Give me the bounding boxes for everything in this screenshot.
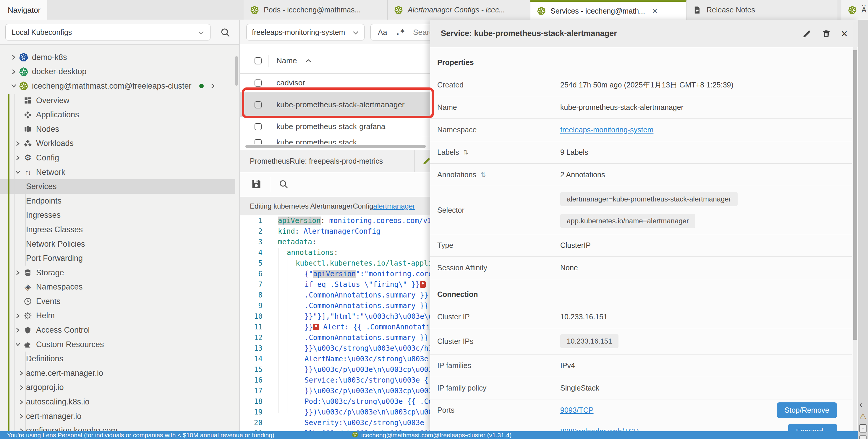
table-row[interactable]: kube-prometheus-stack-grafana: [240, 117, 430, 136]
sidebar-item-workloads[interactable]: Workloads: [0, 136, 235, 151]
sidebar-item-applications[interactable]: Applications: [0, 107, 235, 122]
sidebar-item-icecheng-mathmast-com-freeleaps-cluster[interactable]: icecheng@mathmast.com@freeleaps-cluster: [0, 79, 235, 93]
sidebar-item-label: demo-k8s: [32, 53, 67, 62]
sidebar-item-overview[interactable]: Overview: [0, 93, 235, 108]
sidebar-item-events[interactable]: Events: [0, 294, 235, 309]
search-icon[interactable]: [278, 179, 288, 190]
editing-resource-link[interactable]: alertmanager: [373, 202, 415, 210]
code-text: }}\u003c/p\u003e\n\u003cp\u003: [262, 385, 430, 396]
sidebar-item-custom-resources[interactable]: Custom Resources: [0, 337, 235, 352]
row-label: Labels⇅: [437, 148, 560, 157]
row-checkbox[interactable]: [254, 123, 261, 130]
sort-ascending-icon[interactable]: [305, 59, 311, 64]
tab-pods-icecheng-mathmas-[interactable]: Pods - icecheng@mathmas...: [244, 0, 388, 20]
sidebar-item-demo-k8s[interactable]: demo-k8s: [0, 50, 235, 65]
kubeconfig-selector[interactable]: Local Kubeconfigs: [5, 24, 211, 40]
overflow-dots-icon: ‥: [862, 0, 866, 8]
stop-remove-button[interactable]: Stop/Remove: [777, 402, 837, 418]
sidebar-item-namespaces[interactable]: ◈Namespaces: [0, 280, 235, 295]
close-icon[interactable]: ×: [841, 28, 847, 39]
drawer-row-cluster-ips: Cluster IPs10.233.16.151: [430, 328, 852, 354]
column-header-name[interactable]: Name: [276, 56, 297, 65]
sort-toggle-icon[interactable]: ⇅: [480, 171, 486, 179]
line-number: 1: [240, 215, 262, 226]
sidebar-item-argoproj-io[interactable]: argoproj.io: [0, 380, 235, 395]
horizontal-scrollbar[interactable]: [240, 144, 430, 150]
regex-icon[interactable]: .*: [396, 28, 405, 37]
lens-app: Navigator Pods - icecheng@mathmas...Aler…: [0, 0, 868, 439]
sort-toggle-icon[interactable]: ⇅: [463, 148, 469, 156]
chip-list: alertmanager=kube-prometheus-stack-alert…: [560, 186, 738, 234]
row-label: Cluster IP: [437, 312, 560, 321]
namespace-selector[interactable]: freeleaps-monitoring-system: [246, 24, 365, 40]
match-case-icon[interactable]: Aa: [378, 28, 387, 37]
applications-icon: [23, 110, 33, 120]
close-icon[interactable]: ×: [652, 6, 657, 15]
sidebar-item-label: Helm: [36, 311, 55, 320]
sidebar-item-definitions[interactable]: Definitions: [0, 351, 235, 366]
k8s-icon: [352, 431, 358, 439]
port-link[interactable]: 9093/TCP: [560, 406, 594, 414]
sidebar-item-acme-cert-manager-io[interactable]: acme.cert-manager.io: [0, 366, 235, 380]
sidebar-item-cert-manager-io[interactable]: cert-manager.io: [0, 409, 235, 424]
sidebar-item-endpoints[interactable]: Endpoints: [0, 194, 235, 208]
line-number: 11: [240, 322, 262, 332]
sidebar-item-network[interactable]: ↑↓Network: [0, 165, 235, 180]
service-name: kube-prometheus-stack-grafana: [276, 122, 385, 131]
sidebar-item-nodes[interactable]: Nodes: [0, 122, 235, 136]
code-line: 8.CommonAnnotations.summary }}: [240, 290, 430, 300]
code-line: 1apiVersion: monitoring.coreos.com/v1: [240, 215, 430, 226]
row-checkbox[interactable]: [254, 79, 261, 87]
code-line: 5kubectl.kubernetes.io/last-appli: [240, 258, 430, 269]
delete-trash-icon[interactable]: [822, 29, 831, 38]
table-row-partial[interactable]: kube-prometheus-stack-...: [240, 136, 430, 144]
k8s-icon: [18, 53, 29, 62]
search-input[interactable]: Aa .* Search...: [370, 24, 430, 40]
sidebar-item-ingresses[interactable]: Ingresses: [0, 208, 235, 223]
namespace-link[interactable]: freeleaps-monitoring-system: [560, 126, 653, 134]
sidebar-item-services[interactable]: Services: [0, 179, 235, 194]
tab-release-notes[interactable]: Release Notes: [686, 0, 837, 20]
drawer-row-namespace: Namespacefreeleaps-monitoring-system: [430, 119, 852, 141]
row-label: IP family policy: [437, 384, 560, 392]
table-row[interactable]: kube-prometheus-stack-alertmanager: [240, 93, 430, 117]
tab-a[interactable]: A‥: [841, 0, 868, 20]
k8s-icon: [18, 81, 29, 91]
drawer-scrollbar-thumb[interactable]: [853, 50, 857, 340]
selector-chip: 10.233.16.151: [560, 334, 618, 348]
status-bar: You're using Lens Personal (for individu…: [0, 431, 858, 439]
row-label: Annotations⇅: [437, 170, 560, 179]
sidebar-item-docker-desktop[interactable]: docker-desktop: [0, 65, 235, 79]
sidebar-item-helm[interactable]: Helm: [0, 309, 235, 323]
sidebar-item-configuration-konghq-com[interactable]: configuration.konghq.com: [0, 423, 235, 432]
scrollbar-thumb[interactable]: [245, 145, 426, 148]
save-icon[interactable]: [251, 179, 261, 191]
sidebar-item-storage[interactable]: Storage: [0, 266, 235, 280]
tab-alertmanager-configs-icec-[interactable]: Alertmanager Configs - icec...: [388, 0, 530, 20]
sidebar-scrollbar[interactable]: [235, 56, 238, 86]
tab-services-icecheng-math-[interactable]: Services - icecheng@math...×: [530, 0, 686, 20]
k8s-icon: [848, 6, 857, 14]
row-checkbox[interactable]: [254, 139, 261, 144]
forward-button[interactable]: Forward...: [788, 424, 837, 432]
edit-pencil-icon[interactable]: [422, 157, 430, 165]
code-text: apiVersion: monitoring.coreos.com/v1: [262, 215, 430, 226]
sidebar-item-network-policies[interactable]: Network Policies: [0, 237, 235, 251]
edit-pencil-icon[interactable]: [802, 29, 811, 38]
sidebar-item-label: Applications: [36, 110, 79, 120]
table-row[interactable]: cadvisor: [240, 74, 430, 93]
sidebar-item-config[interactable]: ⚙Config: [0, 151, 235, 165]
sidebar-item-access-control[interactable]: Access Control: [0, 323, 235, 337]
row-checkbox[interactable]: [254, 101, 261, 108]
sidebar-item-ingress-classes[interactable]: Ingress Classes: [0, 223, 235, 237]
sidebar-item-autoscaling-k8s-io[interactable]: autoscaling.k8s.io: [0, 395, 235, 409]
navigator-tab[interactable]: Navigator: [0, 0, 47, 20]
code-text: Pod:\u003c/strong\u003e {{ .Co: [262, 396, 430, 407]
chevron-right-icon: [17, 370, 26, 376]
select-all-checkbox[interactable]: [254, 57, 261, 64]
sidebar-item-port-forwarding[interactable]: Port Forwarding: [0, 251, 235, 266]
search-icon[interactable]: [220, 27, 230, 38]
yaml-editor[interactable]: 1apiVersion: monitoring.coreos.com/v12ki…: [240, 215, 430, 413]
code-text: kind: AlertmanagerConfig: [262, 226, 380, 237]
code-text: }} Alert: {{ .CommonAnnotati: [262, 322, 430, 332]
